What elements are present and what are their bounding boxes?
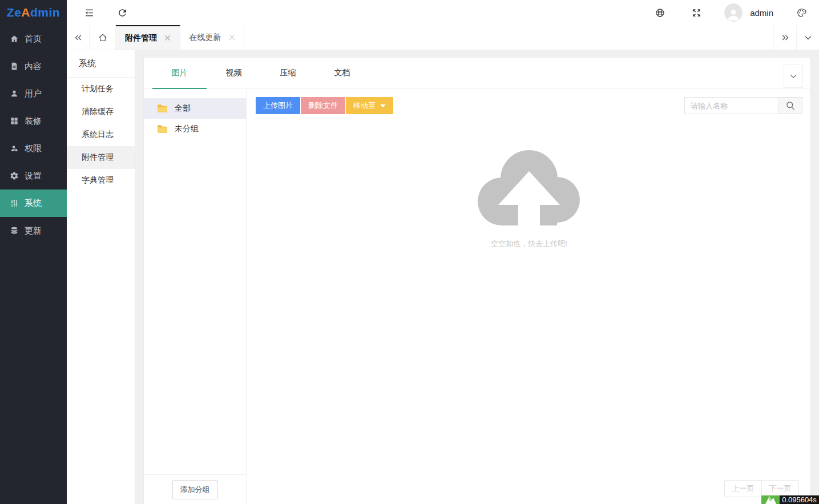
avatar-person-icon	[726, 7, 741, 22]
file-panel: 上传图片 删除文件 移动至	[247, 89, 810, 504]
logo-text-ze: Ze	[7, 6, 22, 19]
tab-images[interactable]: 图片	[152, 58, 207, 88]
tab-label: 附件管理	[125, 33, 157, 43]
sidebar-item-users[interactable]: 用户	[0, 80, 67, 107]
refresh-button[interactable]	[114, 4, 131, 21]
tab-home[interactable]	[90, 25, 116, 50]
fullscreen-icon	[691, 7, 702, 18]
globe-icon	[655, 7, 665, 18]
collapse-panel-button[interactable]	[784, 64, 803, 88]
topbar-right: admin	[632, 3, 810, 22]
sidebar-item-permissions[interactable]: 权限	[0, 135, 67, 162]
empty-state: 空空如也，快去上传吧!	[256, 114, 802, 480]
sidebar-item-label: 系统	[25, 198, 42, 209]
home-outline-icon	[98, 33, 108, 43]
add-group-button[interactable]: 添加分组	[172, 480, 218, 499]
sidebar-item-label: 用户	[25, 88, 42, 99]
file-type-tabs: 图片 视频 压缩 文档	[144, 58, 810, 89]
close-icon[interactable]	[164, 35, 171, 41]
folder-item-all[interactable]: 全部	[144, 98, 246, 119]
sidebar-item-update[interactable]: 更新	[0, 217, 67, 244]
submenu-title: 系统	[67, 50, 135, 78]
empty-state-text: 空空如也，快去上传吧!	[491, 239, 567, 249]
search-input[interactable]	[684, 97, 778, 114]
chevron-down-icon	[803, 33, 813, 43]
attachment-card: 图片 视频 压缩 文档 全部	[144, 58, 810, 504]
tabs-scroll-right-button[interactable]	[773, 25, 796, 50]
tab-online-update[interactable]: 在线更新	[180, 25, 244, 50]
upload-image-button[interactable]: 上传图片	[256, 97, 300, 114]
submenu-item-scheduled-tasks[interactable]: 计划任务	[67, 78, 135, 100]
tabs-scroll-left-button[interactable]	[67, 25, 90, 50]
submenu-item-clear-cache[interactable]: 清除缓存	[67, 100, 135, 123]
trace-logo-button[interactable]	[761, 495, 780, 504]
user-menu[interactable]: admin	[724, 3, 773, 22]
tab-videos[interactable]: 视频	[207, 58, 261, 88]
close-icon[interactable]	[229, 34, 235, 41]
toolbar: 上传图片 删除文件 移动至	[256, 97, 802, 114]
document-icon	[10, 62, 19, 71]
submenu-item-system-log[interactable]: 系统日志	[67, 123, 135, 146]
sidebar-item-settings[interactable]: 设置	[0, 162, 67, 189]
tab-attachment-management[interactable]: 附件管理	[116, 25, 180, 50]
sidebar-item-system[interactable]: 系统	[0, 189, 67, 217]
double-chevron-right-icon	[780, 33, 790, 43]
refresh-icon	[117, 7, 128, 18]
sidebar-item-content[interactable]: 内容	[0, 53, 67, 80]
thinkphp-logo-icon	[764, 495, 777, 504]
sidebar-item-label: 首页	[25, 34, 42, 45]
card-body: 全部 未分组 添加分组	[144, 89, 810, 504]
tabbar-right	[773, 25, 819, 50]
folder-icon	[157, 124, 168, 134]
app-logo[interactable]: ZeAdmin	[0, 0, 67, 25]
sidebar-item-decoration[interactable]: 装修	[0, 107, 67, 135]
move-to-button[interactable]: 移动至	[346, 97, 393, 114]
database-icon	[10, 226, 19, 235]
caret-down-icon	[380, 104, 386, 107]
tab-documents[interactable]: 文档	[315, 58, 369, 88]
next-page-button[interactable]: 下一页	[761, 480, 799, 497]
prev-page-button[interactable]: 上一页	[724, 480, 762, 497]
delete-files-button[interactable]: 删除文件	[301, 97, 345, 114]
grid-icon	[10, 116, 19, 126]
language-button[interactable]	[651, 4, 668, 21]
folder-list: 全部 未分组	[144, 89, 246, 474]
logo-text-dmin: dmin	[30, 6, 60, 19]
folder-label: 全部	[175, 103, 191, 114]
folder-icon	[157, 104, 168, 113]
palette-icon	[796, 7, 807, 18]
search-icon	[785, 100, 796, 111]
folder-panel: 全部 未分组 添加分组	[144, 89, 247, 504]
trace-runtime-label: 0.095604s	[780, 495, 819, 504]
pagination: 上一页 下一页	[724, 480, 799, 497]
tabbar: 附件管理 在线更新	[67, 25, 819, 50]
sidebar-item-label: 更新	[25, 225, 42, 236]
folder-label: 未分组	[175, 124, 199, 134]
sidebar-item-home[interactable]: 首页	[0, 25, 67, 53]
sidebar-item-label: 设置	[25, 171, 42, 182]
sidebar-item-label: 权限	[25, 143, 42, 154]
search-button[interactable]	[778, 97, 802, 114]
collapse-menu-button[interactable]	[80, 4, 98, 21]
double-chevron-left-icon	[73, 33, 83, 43]
search-box	[684, 97, 802, 114]
theme-button[interactable]	[793, 4, 810, 21]
submenu-sidebar: 系统 计划任务 清除缓存 系统日志 附件管理 字典管理	[67, 50, 135, 504]
folder-item-ungrouped[interactable]: 未分组	[144, 119, 246, 139]
home-icon	[10, 34, 19, 43]
sidebar-item-label: 内容	[25, 61, 42, 72]
main-sidebar: ZeAdmin 首页 内容 用户 装修 权限 设置 系统 更新	[0, 0, 67, 504]
fullscreen-button[interactable]	[688, 4, 705, 21]
tabs-menu-button[interactable]	[796, 25, 819, 50]
topbar: admin	[67, 0, 819, 25]
avatar	[724, 3, 743, 22]
submenu-item-attachment-management[interactable]: 附件管理	[67, 146, 135, 169]
body-row: 系统 计划任务 清除缓存 系统日志 附件管理 字典管理 图片 视频 压缩 文档	[67, 50, 819, 504]
tab-archives[interactable]: 压缩	[261, 58, 315, 88]
submenu-item-dictionary-management[interactable]: 字典管理	[67, 169, 135, 192]
cloud-upload-icon	[475, 143, 583, 234]
sliders-icon	[10, 199, 19, 208]
logo-text-a: A	[21, 6, 30, 19]
user-icon	[10, 89, 19, 98]
username-label: admin	[750, 8, 773, 18]
